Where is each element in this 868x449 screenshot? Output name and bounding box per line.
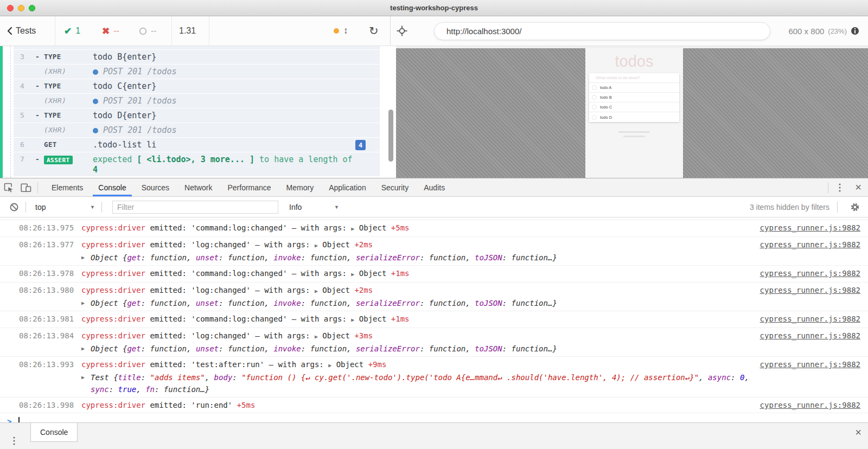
preview-segment: true <box>118 385 137 394</box>
console-prompt[interactable]: > <box>0 413 868 422</box>
expand-triangle-icon[interactable]: ▶ <box>81 297 91 309</box>
drawer-close-button[interactable]: × <box>848 426 868 439</box>
preview-segment: unset <box>196 299 219 307</box>
object-preview-text: Object {get: function, unset: function, … <box>91 252 754 264</box>
preview-segment: : function, <box>219 253 273 262</box>
viewport-scale: (23%) <box>828 27 847 35</box>
devtools-menu-button[interactable] <box>831 178 848 196</box>
drawer-tab-console[interactable]: Console <box>30 423 78 442</box>
divider <box>101 202 102 213</box>
todo-toggle[interactable] <box>592 115 597 120</box>
reload-tests-button[interactable]: ↻ <box>369 16 379 46</box>
todos-card: What needs to be done? todo Atodo Btodo … <box>589 73 679 122</box>
log-timestamp: 08:26:13.998 <box>19 399 81 411</box>
devtools-close-button[interactable]: × <box>848 181 868 194</box>
log-timestamp: 08:26:13.978 <box>19 267 81 280</box>
preview-segment: : function…} <box>502 299 557 307</box>
todo-item[interactable]: todo D <box>589 112 679 122</box>
tab-audits[interactable]: Audits <box>416 178 452 196</box>
inspect-element-button[interactable] <box>0 178 17 196</box>
log-level-select[interactable]: Info ▼ <box>289 203 339 211</box>
command-number: 3 <box>20 52 35 61</box>
console-filter-input[interactable] <box>112 201 278 214</box>
log-elapsed-ms: +5ms <box>237 401 256 409</box>
todo-item[interactable]: todo A <box>589 83 679 93</box>
command-row[interactable]: 7-ASSERTexpected [ <li.todo>, 3 more... … <box>14 152 380 176</box>
expand-triangle-icon[interactable]: ▶ <box>81 371 91 395</box>
selector-playground-button[interactable] <box>397 16 407 46</box>
test-duration: 1.31 <box>179 16 196 46</box>
console-settings-button[interactable] <box>846 197 864 217</box>
url-bar[interactable]: http://localhost:3000/ <box>434 22 770 40</box>
preview-segment: body <box>214 373 233 382</box>
tab-console[interactable]: Console <box>91 178 133 196</box>
chevron-down-icon: ▼ <box>334 204 339 210</box>
new-todo-input[interactable]: What needs to be done? <box>589 73 679 83</box>
expand-triangle-icon[interactable]: ▶ <box>81 252 91 264</box>
source-link[interactable]: cypress_runner.js:9882 <box>760 267 860 279</box>
log-content: cypress:driver emitted: 'run:end' +5ms <box>81 399 754 411</box>
back-to-tests-button[interactable]: Tests <box>7 16 36 46</box>
pending-value: -- <box>151 26 157 36</box>
source-link[interactable]: cypress_runner.js:9882 <box>760 239 860 251</box>
tab-application[interactable]: Application <box>321 178 374 196</box>
command-row[interactable]: (XHR)POST 201 /todos <box>14 94 380 108</box>
command-row[interactable]: 3-TYPEtodo B{enter} <box>14 50 380 64</box>
check-icon: ✔ <box>64 25 72 37</box>
command-method: (XHR) <box>44 67 86 75</box>
source-link[interactable]: cypress_runner.js:9882 <box>760 222 860 234</box>
command-row[interactable]: 4-TYPEtodo C{enter} <box>14 79 380 93</box>
command-row[interactable]: (XHR)POST 201 /todos <box>14 123 380 137</box>
auto-scroll-toggle[interactable]: ↕ <box>334 16 348 46</box>
command-child-dash: - <box>35 111 44 119</box>
up-down-arrow-icon: ↕ <box>343 25 348 36</box>
reporter-scrollbar[interactable] <box>388 110 393 162</box>
todo-toggle[interactable] <box>592 85 597 90</box>
command-row[interactable]: (XHR)POST 201 /todos <box>14 65 380 79</box>
assert-message-segment: expected <box>93 155 137 164</box>
source-link[interactable]: cypress_runner.js:9882 <box>760 313 860 325</box>
device-toolbar-button[interactable] <box>17 178 35 196</box>
info-icon[interactable] <box>851 27 859 35</box>
source-link[interactable]: cypress_runner.js:9882 <box>760 330 860 342</box>
preview-segment: : function…} <box>155 385 209 394</box>
execution-context-select[interactable]: top ▼ <box>35 203 95 211</box>
tab-performance[interactable]: Performance <box>220 178 278 196</box>
command-number: 7 <box>20 155 35 163</box>
source-link[interactable]: cypress_runner.js:9882 <box>760 358 860 370</box>
tab-network[interactable]: Network <box>177 178 220 196</box>
runner-main: 3-TYPEtodo B{enter}(XHR)POST 201 /todos4… <box>0 46 868 178</box>
todo-toggle[interactable] <box>592 95 597 100</box>
command-row[interactable]: 6GET.todo-list li4 <box>14 138 380 152</box>
xhr-message: POST 201 /todos <box>103 67 176 77</box>
log-elapsed-ms: +3ms <box>354 331 373 340</box>
preview-segment: : <box>141 373 150 382</box>
todo-item[interactable]: todo B <box>589 93 679 102</box>
todo-item[interactable]: todo C <box>589 102 679 112</box>
expand-triangle-icon[interactable]: ▶ <box>81 343 91 355</box>
tab-security[interactable]: Security <box>374 178 417 196</box>
console-entry: 08:26:13.981cypress:driver emitted: 'com… <box>0 311 868 328</box>
command-row[interactable]: 5-TYPEtodo D{enter} <box>14 108 380 123</box>
preview-segment: , <box>744 373 749 382</box>
tab-elements[interactable]: Elements <box>44 178 91 196</box>
todo-toggle[interactable] <box>592 105 597 110</box>
preview-segment: get <box>127 299 141 307</box>
tab-sources[interactable]: Sources <box>134 178 177 196</box>
log-text: emitted: <box>145 240 191 249</box>
scrolling-dot-icon <box>334 28 339 34</box>
source-link[interactable]: cypress_runner.js:9882 <box>760 284 860 296</box>
clear-console-button[interactable] <box>5 197 23 217</box>
command-method: ASSERT <box>44 155 86 164</box>
source-link[interactable]: cypress_runner.js:9882 <box>760 399 860 411</box>
drawer-menu-button[interactable] <box>5 427 23 449</box>
command-log: 3-TYPEtodo B{enter}(XHR)POST 201 /todos4… <box>0 46 396 178</box>
close-icon: × <box>855 181 861 193</box>
console-entry: 08:26:13.998cypress:driver emitted: 'run… <box>0 397 868 413</box>
command-message: POST 201 /todos <box>93 96 374 106</box>
object-label: Object <box>318 331 354 340</box>
console-entry: 08:26:13.978cypress:driver emitted: 'com… <box>0 266 868 283</box>
tab-memory[interactable]: Memory <box>279 178 322 196</box>
todo-label: todo D <box>600 115 612 120</box>
command-child-dash <box>35 125 44 126</box>
